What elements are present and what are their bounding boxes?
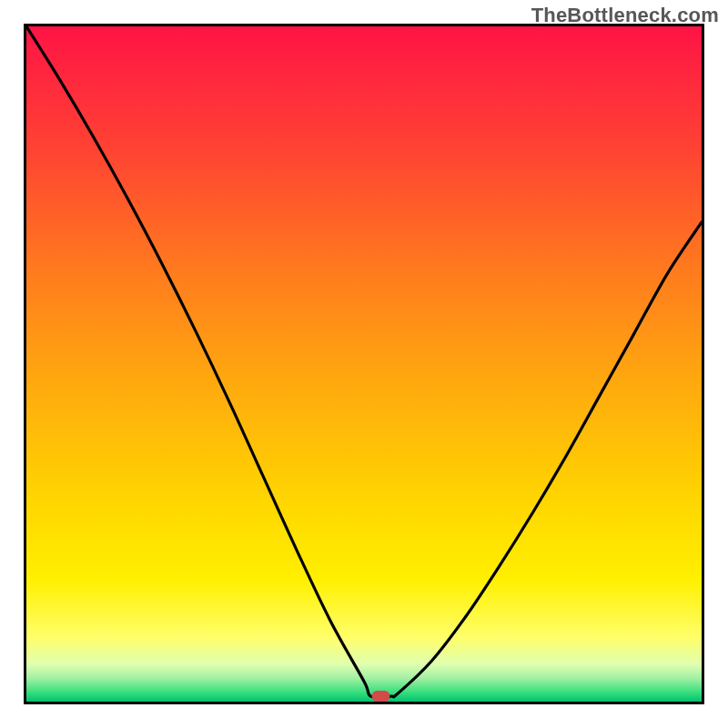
plot-area [24, 24, 704, 704]
gradient-background [26, 26, 702, 702]
optimum-marker [372, 691, 390, 702]
bottleneck-chart: TheBottleneck.com [0, 0, 728, 728]
chart-svg [26, 26, 702, 702]
watermark-text: TheBottleneck.com [531, 4, 719, 27]
